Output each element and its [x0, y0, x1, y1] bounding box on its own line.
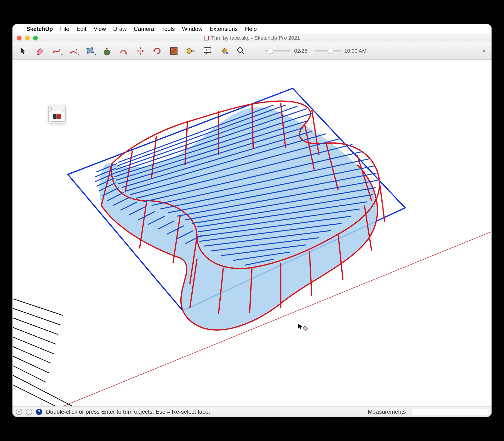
svg-rect-74	[57, 114, 61, 119]
tape-measure-tool[interactable]	[183, 44, 198, 58]
eraser-tool[interactable]	[33, 44, 47, 58]
scale-icon	[169, 46, 179, 56]
menu-help[interactable]: Help	[245, 26, 257, 32]
select-tool[interactable]	[16, 44, 30, 58]
eraser-icon	[35, 46, 45, 56]
svg-point-5	[238, 48, 243, 52]
menu-window[interactable]: Window	[182, 26, 202, 32]
rectangle-icon	[85, 46, 95, 56]
push-pull-tool[interactable]	[100, 44, 114, 58]
rotate-icon	[152, 46, 162, 56]
trim-tool-icon[interactable]	[50, 111, 64, 122]
rectangle-tool[interactable]	[83, 44, 97, 58]
date-slider-label: 02/28	[294, 48, 307, 54]
follow-me-tool[interactable]	[116, 44, 131, 58]
window-title-group: Trim by face.skp - SketchUp Pro 2021	[204, 35, 300, 41]
push-pull-icon	[102, 46, 112, 56]
magnifier-icon	[236, 46, 246, 56]
scale-tool[interactable]	[167, 44, 181, 58]
toolbar-overflow[interactable]: »	[482, 47, 488, 55]
minimize-button[interactable]	[25, 36, 30, 40]
menu-view[interactable]: View	[94, 26, 106, 32]
svg-point-4	[226, 52, 228, 54]
paint-icon	[219, 46, 229, 56]
paint-bucket-tool[interactable]	[217, 44, 231, 58]
svg-point-1	[187, 48, 192, 53]
window-title: Trim by face.skp - SketchUp Pro 2021	[211, 35, 300, 41]
statusbar: ⌖ i ? Double-click or press Enter to tri…	[13, 406, 491, 417]
measurements-input[interactable]	[411, 408, 488, 415]
menu-file[interactable]: File	[60, 26, 69, 32]
text-icon: A1	[203, 46, 212, 56]
close-button[interactable]	[17, 36, 22, 40]
traffic-lights	[17, 36, 38, 40]
tape-icon	[186, 46, 195, 56]
menu-camera[interactable]: Camera	[134, 26, 154, 32]
time-slider[interactable]: 10:00 AM	[314, 48, 367, 54]
status-hint: Double-click or press Enter to trim obje…	[46, 409, 364, 415]
freehand-icon	[52, 46, 61, 56]
follow-me-icon	[119, 46, 128, 56]
freehand-tool[interactable]	[49, 44, 64, 58]
zoom-tool[interactable]	[234, 44, 248, 58]
scene-render	[13, 60, 491, 406]
menu-edit[interactable]: Edit	[76, 26, 86, 32]
zoom-window-button[interactable]	[33, 36, 38, 40]
geolocation-icon[interactable]: ⌖	[16, 409, 22, 415]
move-tool[interactable]	[133, 44, 147, 58]
svg-text:A1: A1	[206, 48, 209, 52]
measurements-label: Measurements	[368, 409, 406, 415]
titlebar: Trim by face.skp - SketchUp Pro 2021	[13, 34, 491, 42]
cursor-icon	[18, 46, 28, 56]
menubar-app-name[interactable]: SketchUp	[26, 26, 53, 32]
panel-grip[interactable]	[50, 107, 64, 110]
info-icon[interactable]: i	[26, 409, 32, 415]
document-icon	[204, 36, 209, 40]
time-slider-label: 10:00 AM	[344, 48, 367, 54]
floating-panel[interactable]	[49, 105, 66, 123]
app-window: SketchUp File Edit View Draw Camera Tool…	[13, 24, 491, 417]
menu-extensions[interactable]: Extensions	[210, 26, 238, 32]
menu-tools[interactable]: Tools	[162, 26, 175, 32]
arc-icon	[68, 46, 78, 56]
shadow-sliders: 02/28 10:00 AM	[264, 48, 367, 54]
rotate-tool[interactable]	[150, 44, 164, 58]
mac-menubar: SketchUp File Edit View Draw Camera Tool…	[13, 24, 491, 34]
help-icon[interactable]: ?	[36, 409, 42, 415]
move-icon	[136, 46, 145, 56]
text-tool[interactable]: A1	[200, 44, 215, 58]
date-slider[interactable]: 02/28	[264, 48, 307, 54]
model-viewport[interactable]	[13, 60, 491, 406]
toolbar: A1 02/28 10:00 AM »	[13, 42, 491, 60]
menu-draw[interactable]: Draw	[113, 26, 127, 32]
svg-rect-73	[53, 114, 57, 119]
arc-tool[interactable]	[66, 44, 81, 58]
